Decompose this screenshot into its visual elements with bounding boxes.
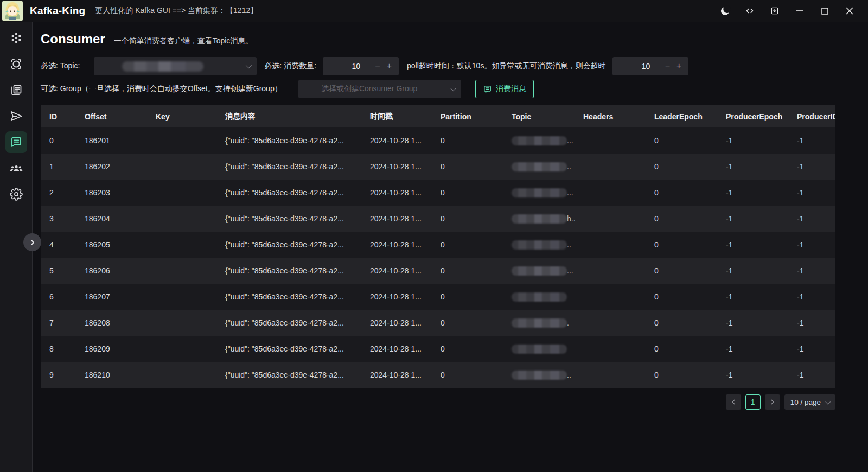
consume-count-input[interactable]: 10 −+ <box>323 57 399 75</box>
cell-leaderepoch: 0 <box>646 362 717 388</box>
sidebar-item-topics[interactable] <box>5 79 27 101</box>
decrement-button[interactable]: − <box>665 62 670 71</box>
cell-timestamp: 2024-10-28 1... <box>361 127 432 154</box>
table-row[interactable]: 4 186205 {"uuid": "85d6a3ec-d39e-4278-a2… <box>41 232 835 258</box>
chevron-down-icon <box>246 62 252 68</box>
cell-timestamp: 2024-10-28 1... <box>361 336 432 362</box>
cell-headers <box>575 127 646 154</box>
decrement-button[interactable]: − <box>375 62 380 71</box>
maximize-button[interactable] <box>816 3 833 19</box>
download-button[interactable] <box>766 3 783 19</box>
table-row[interactable]: 9 186210 {"uuid": "85d6a3ec-d39e-4278-a2… <box>41 362 835 388</box>
redacted-topic-name <box>512 345 567 354</box>
poll-timeout-input[interactable]: 10 −+ <box>612 57 688 75</box>
consumer-group-select[interactable]: 选择或创建Consumer Group <box>298 80 461 98</box>
minimize-button[interactable] <box>791 3 808 19</box>
table-row[interactable]: 3 186204 {"uuid": "85d6a3ec-d39e-4278-a2… <box>41 206 835 232</box>
column-header-headers: Headers <box>575 105 646 127</box>
cell-id: 1 <box>41 154 76 180</box>
table-row[interactable]: 7 186208 {"uuid": "85d6a3ec-d39e-4278-a2… <box>41 310 835 336</box>
cell-message: {"uuid": "85d6a3ec-d39e-4278-a2... <box>216 258 361 284</box>
sidebar-item-consumer[interactable] <box>5 131 27 153</box>
chevron-left-icon <box>730 399 737 405</box>
cell-headers <box>575 310 646 336</box>
current-page-button[interactable]: 1 <box>745 394 761 410</box>
topic-select[interactable] <box>94 57 257 75</box>
consume-count-value: 10 <box>323 62 375 71</box>
cell-key <box>147 284 216 310</box>
increment-button[interactable]: + <box>387 62 392 71</box>
table-row[interactable]: 6 186207 {"uuid": "85d6a3ec-d39e-4278-a2… <box>41 284 835 310</box>
sidebar-expand-button[interactable] <box>23 233 41 251</box>
poll-timeout-label: poll超时时间：默认10s。如异常或无可消费消息，则会超时 <box>407 61 605 71</box>
cell-producerepoch: -1 <box>717 232 788 258</box>
cell-leaderepoch: 0 <box>646 154 717 180</box>
column-header-producerepoch: ProducerEpoch <box>717 105 788 127</box>
cell-timestamp: 2024-10-28 1... <box>361 154 432 180</box>
table-row[interactable]: 5 186206 {"uuid": "85d6a3ec-d39e-4278-a2… <box>41 258 835 284</box>
page-title: Consumer <box>41 31 105 47</box>
cell-producerid: -1 <box>788 206 835 232</box>
table-row[interactable]: 1 186202 {"uuid": "85d6a3ec-d39e-4278-a2… <box>41 154 835 180</box>
cell-producerepoch: -1 <box>717 362 788 388</box>
close-button[interactable] <box>841 3 858 19</box>
cell-partition: 0 <box>432 258 503 284</box>
cluster-icon <box>10 31 23 44</box>
cell-timestamp: 2024-10-28 1... <box>361 284 432 310</box>
cell-offset: 186203 <box>76 180 147 206</box>
messages-table: ID Offset Key 消息内容 时间戳 Partition Topic H… <box>41 105 835 388</box>
table-row[interactable]: 0 186201 {"uuid": "85d6a3ec-d39e-4278-a2… <box>41 127 835 154</box>
group-select-placeholder: 选择或创建Consumer Group <box>321 84 417 94</box>
cell-id: 7 <box>41 310 76 336</box>
table-row[interactable]: 8 186209 {"uuid": "85d6a3ec-d39e-4278-a2… <box>41 336 835 362</box>
cell-message: {"uuid": "85d6a3ec-d39e-4278-a2... <box>216 336 361 362</box>
redacted-topic-value <box>122 61 203 72</box>
page-size-select[interactable]: 10 / page <box>784 394 835 410</box>
next-page-button[interactable] <box>765 394 780 410</box>
redacted-topic-name <box>512 188 567 197</box>
cell-topic: h... <box>503 206 575 232</box>
page-header: Consumer 一个简单消费者客户端，查看Topic消息。 <box>41 31 868 47</box>
column-header-leaderepoch: LeaderEpoch <box>646 105 717 127</box>
cell-message: {"uuid": "85d6a3ec-d39e-4278-a2... <box>216 127 361 154</box>
cell-producerepoch: -1 <box>717 127 788 154</box>
redacted-topic-name <box>512 266 567 276</box>
increment-button[interactable]: + <box>676 62 681 71</box>
cell-offset: 186206 <box>76 258 147 284</box>
cell-headers <box>575 206 646 232</box>
chevron-right-icon <box>769 399 776 405</box>
cell-timestamp: 2024-10-28 1... <box>361 206 432 232</box>
redacted-topic-name <box>512 214 567 224</box>
sidebar-item-clusters[interactable] <box>5 27 27 49</box>
column-header-producerid: ProducerID <box>788 105 835 127</box>
sidebar-item-settings[interactable] <box>5 183 27 205</box>
sidebar-item-groups[interactable] <box>5 157 27 179</box>
theme-toggle-button[interactable] <box>716 3 733 19</box>
column-header-partition: Partition <box>432 105 503 127</box>
column-header-key: Key <box>147 105 216 127</box>
pages-icon <box>10 84 23 97</box>
cell-headers <box>575 336 646 362</box>
sidebar-item-brokers[interactable] <box>5 53 27 75</box>
consume-messages-button[interactable]: 消费消息 <box>475 80 534 98</box>
cell-producerid: -1 <box>788 180 835 206</box>
redacted-topic-name <box>512 240 567 250</box>
table-row[interactable]: 2 186203 {"uuid": "85d6a3ec-d39e-4278-a2… <box>41 180 835 206</box>
code-icon <box>745 6 755 16</box>
cell-message: {"uuid": "85d6a3ec-d39e-4278-a2... <box>216 154 361 180</box>
prev-page-button[interactable] <box>726 394 741 410</box>
sidebar-item-producer[interactable] <box>5 105 27 127</box>
cell-message: {"uuid": "85d6a3ec-d39e-4278-a2... <box>216 310 361 336</box>
cell-producerepoch: -1 <box>717 284 788 310</box>
column-header-topic: Topic <box>503 105 575 127</box>
cell-key <box>147 127 216 154</box>
cell-offset: 186205 <box>76 232 147 258</box>
cell-topic: .. <box>503 362 575 388</box>
redacted-topic-name <box>512 292 567 302</box>
cell-headers <box>575 180 646 206</box>
devtools-button[interactable] <box>741 3 758 19</box>
cell-producerid: -1 <box>788 258 835 284</box>
moon-icon <box>720 6 730 16</box>
cell-key <box>147 206 216 232</box>
titlebar: Kafka-King 更人性化的 Kafka GUI ==> 当前集群：【121… <box>0 0 868 22</box>
